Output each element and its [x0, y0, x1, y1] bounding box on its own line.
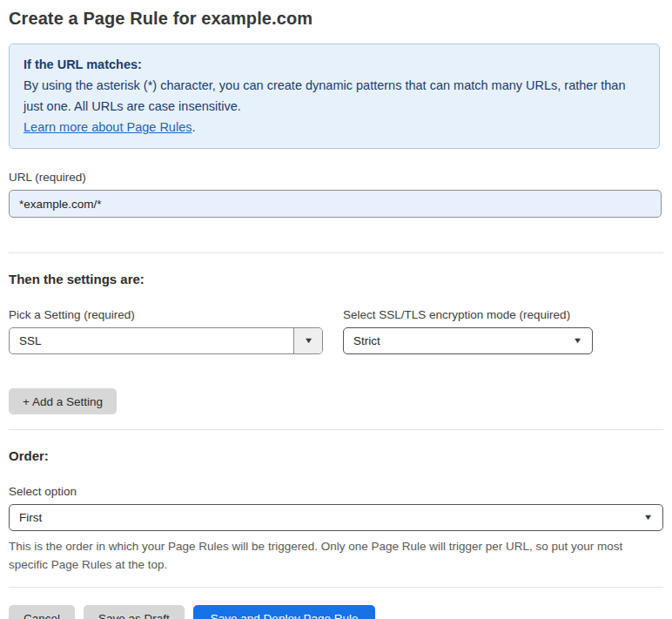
footer-divider	[9, 587, 663, 588]
ssl-mode-select[interactable]: Strict ▼	[343, 327, 593, 354]
section-divider	[9, 252, 663, 253]
url-input[interactable]	[9, 190, 662, 218]
section-divider	[9, 429, 663, 430]
setting-select-caret-box[interactable]: ▼	[293, 328, 322, 353]
mode-select-group: Select SSL/TLS encryption mode (required…	[343, 286, 593, 354]
settings-row: Pick a Setting (required) SSL ▼ Select S…	[9, 286, 663, 354]
settings-section-heading: Then the settings are:	[9, 272, 663, 286]
info-box-body: By using the asterisk (*) character, you…	[24, 75, 643, 117]
info-box-heading: If the URL matches:	[24, 54, 645, 75]
ssl-mode-select-value: Strict	[353, 334, 380, 347]
url-match-info-box: If the URL matches: By using the asteris…	[9, 44, 660, 149]
save-and-deploy-button[interactable]: Save and Deploy Page Rule	[193, 605, 376, 619]
setting-select-label: Pick a Setting (required)	[9, 308, 323, 321]
mode-select-label: Select SSL/TLS encryption mode (required…	[343, 308, 593, 321]
cancel-button[interactable]: Cancel	[9, 605, 75, 619]
save-as-draft-button[interactable]: Save as Draft	[84, 605, 185, 619]
link-period: .	[192, 120, 195, 134]
order-section-heading: Order:	[9, 448, 663, 463]
setting-select[interactable]: SSL ▼	[9, 327, 323, 354]
order-select-value: First	[19, 511, 42, 524]
order-select-label: Select option	[9, 485, 663, 498]
chevron-down-icon: ▼	[303, 337, 313, 345]
page-rule-form: Create a Page Rule for example.com If th…	[0, 0, 672, 619]
add-setting-button[interactable]: + Add a Setting	[9, 388, 117, 414]
chevron-down-icon: ▼	[643, 514, 654, 521]
setting-select-group: Pick a Setting (required) SSL ▼	[9, 286, 323, 354]
footer-button-row: Cancel Save as Draft Save and Deploy Pag…	[9, 605, 663, 619]
order-select[interactable]: First ▼	[9, 504, 663, 531]
info-box-link-line: Learn more about Page Rules.	[24, 117, 645, 138]
setting-select-value: SSL	[10, 334, 293, 347]
page-title: Create a Page Rule for example.com	[9, 9, 663, 29]
chevron-down-icon: ▼	[573, 337, 583, 345]
learn-more-link[interactable]: Learn more about Page Rules	[24, 120, 192, 134]
url-field-label: URL (required)	[9, 171, 663, 184]
order-help-text: This is the order in which your Page Rul…	[9, 537, 660, 574]
